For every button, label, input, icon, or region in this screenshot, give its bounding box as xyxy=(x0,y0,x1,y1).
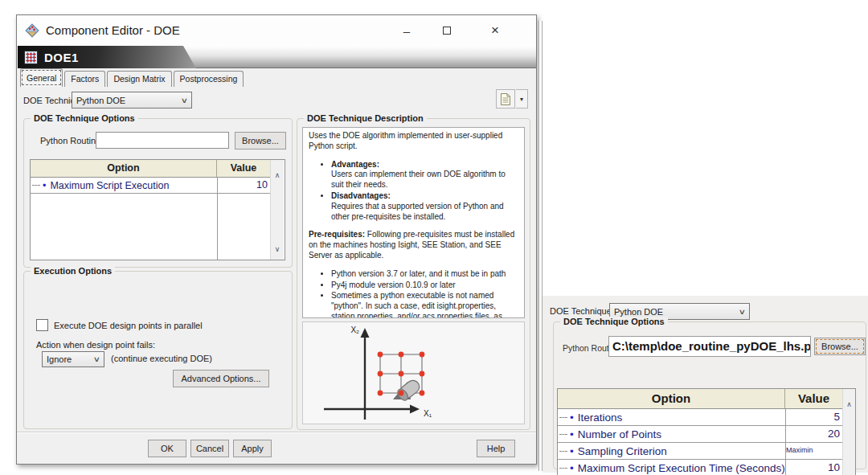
cancel-button[interactable]: Cancel xyxy=(190,440,229,457)
option-value[interactable]: Maximin xyxy=(785,443,842,460)
technique-description-text: Uses the DOE algorithm implemented in us… xyxy=(302,127,525,318)
diagram-y-axis-label: X₂ xyxy=(350,326,359,334)
chevron-down-icon: ∨ xyxy=(181,96,188,104)
prerequisite-bullet: Py4j module version 0.10.9 or later xyxy=(331,280,518,291)
help-button[interactable]: Help xyxy=(477,440,515,457)
title-bar[interactable]: Component Editor - DOE – × xyxy=(17,15,536,46)
doe-technique-label: DOE Technique: xyxy=(550,306,614,316)
tab-postprocessing[interactable]: Postprocessing xyxy=(174,71,244,87)
description-bullet: Disadvantages: Requires that a supported… xyxy=(331,191,518,222)
advanced-options-button[interactable]: Advanced Options... xyxy=(173,370,269,387)
tree-line xyxy=(559,468,567,469)
document-icon xyxy=(500,92,511,106)
doe-technique-select[interactable]: Python DOE ∨ xyxy=(72,92,192,109)
fail-action-label: Action when design point fails: xyxy=(36,340,155,350)
doe-component-icon xyxy=(24,51,38,64)
fail-action-select[interactable]: Ignore ∨ xyxy=(42,351,104,367)
option-name: Number of Points xyxy=(578,428,661,440)
close-button[interactable]: × xyxy=(477,15,513,46)
apply-button[interactable]: Apply xyxy=(233,440,272,457)
option-value[interactable]: 5 xyxy=(785,409,842,426)
component-name: DOE1 xyxy=(44,51,79,64)
option-name: Maximum Script Execution xyxy=(50,180,169,191)
option-name: Iterations xyxy=(578,412,623,424)
diagram-x-axis-label: X₁ xyxy=(424,409,432,418)
component-editor-window: Component Editor - DOE – × DOE1 General … xyxy=(16,14,537,465)
tab-general[interactable]: General xyxy=(20,68,63,87)
option-name: Maximum Script Execution Time (Seconds) xyxy=(578,462,785,474)
doe-technique-options-title: DOE Technique Options xyxy=(560,317,668,326)
menu-arrow-icon: ▾ xyxy=(520,96,523,103)
scroll-up-icon[interactable]: ∧ xyxy=(843,400,855,408)
table-row[interactable]: • Sampling Criterion Maximin xyxy=(558,443,842,460)
table-row[interactable]: • Maximum Script Execution Time (Seconds… xyxy=(558,460,842,475)
description-intro: Uses the DOE algorithm implemented in us… xyxy=(309,131,518,152)
description-doc-button[interactable] xyxy=(496,89,515,109)
option-bullet-icon: • xyxy=(570,412,574,424)
tree-line xyxy=(32,185,40,186)
doe-grid-diagram-image: X₂ X₁ xyxy=(303,322,524,424)
doe-technique-value: Python DOE xyxy=(614,307,663,317)
doe-technique-options-title: DOE Technique Options xyxy=(31,113,138,123)
doe-technique-description-group: DOE Technique Description Uses the DOE a… xyxy=(297,118,530,430)
option-bullet-icon: • xyxy=(570,445,574,457)
options-table-scrollbar[interactable]: ∧ ∨ xyxy=(270,160,284,260)
isight-app-icon xyxy=(25,23,39,38)
chevron-down-icon: ∨ xyxy=(739,308,746,316)
scroll-down-icon[interactable]: ∨ xyxy=(271,245,284,253)
description-bullet: Advantages: Users can implement their ow… xyxy=(331,160,518,190)
window-title: Component Editor - DOE xyxy=(46,15,180,46)
table-row[interactable]: • Number of Points 20 xyxy=(558,426,842,443)
option-bullet-icon: • xyxy=(570,428,574,440)
zoomed-options-panel: DOE Technique: Python DOE ∨ DOE Techniqu… xyxy=(542,296,868,473)
options-table: Option Value • Iterations 5 • Number of … xyxy=(557,388,856,475)
doe-technique-description-title: DOE Technique Description xyxy=(304,113,427,123)
execution-options-group: Execution Options Execute DOE design poi… xyxy=(23,271,293,429)
table-row[interactable]: • Maximum Script Execution 10 xyxy=(31,178,270,194)
option-column-header[interactable]: Option xyxy=(558,389,785,408)
option-bullet-icon: • xyxy=(570,462,574,474)
maximize-button[interactable] xyxy=(429,15,465,46)
technique-diagram: X₂ X₁ xyxy=(302,321,525,424)
browse-button[interactable]: Browse... xyxy=(814,338,866,355)
doe-technique-options-group: DOE Technique Options Python Routine: Br… xyxy=(23,118,293,268)
prerequisite-bullet: Python version 3.7 or later, and it must… xyxy=(331,269,518,280)
python-routine-value[interactable]: C:\temp\doe_routine_pyDOE_lhs.py xyxy=(608,336,811,357)
option-value[interactable]: 10 xyxy=(217,178,270,194)
fail-action-note: (continue executing DOE) xyxy=(111,354,212,363)
python-routine-input[interactable] xyxy=(96,132,229,149)
option-column-header[interactable]: Option xyxy=(31,160,217,177)
scroll-up-icon[interactable]: ∧ xyxy=(271,171,284,179)
tab-bar: General Factors Design Matrix Postproces… xyxy=(20,68,245,87)
parallel-checkbox-label: Execute DOE design points in parallel xyxy=(54,321,203,330)
footer-divider xyxy=(17,432,536,433)
table-row[interactable]: • Iterations 5 xyxy=(558,409,842,426)
tab-factors[interactable]: Factors xyxy=(64,71,105,87)
ok-button[interactable]: OK xyxy=(148,440,186,457)
tree-line xyxy=(559,417,567,418)
tab-design-matrix[interactable]: Design Matrix xyxy=(107,71,171,87)
python-routine-label: Python Routine: xyxy=(40,136,103,145)
description-menu-arrow-button[interactable]: ▾ xyxy=(516,89,528,109)
minimize-button[interactable]: – xyxy=(389,15,424,46)
options-table: Option Value • Maximum Script Execution … xyxy=(30,159,285,260)
execution-options-title: Execution Options xyxy=(31,266,115,276)
option-name: Sampling Criterion xyxy=(578,445,667,457)
tree-line xyxy=(559,451,567,452)
prerequisites-paragraph: Pre-requisites: Following pre-requisites… xyxy=(309,230,518,260)
doe-technique-value: Python DOE xyxy=(76,96,125,105)
option-bullet-icon: • xyxy=(43,180,46,191)
chevron-down-icon: ∨ xyxy=(93,355,100,363)
component-header-tab: DOE1 xyxy=(18,46,196,68)
prerequisite-bullet: Sometimes a python executable is not nam… xyxy=(331,291,518,318)
maximize-icon xyxy=(443,27,451,35)
value-column-header[interactable]: Value xyxy=(785,389,842,408)
browse-button[interactable]: Browse... xyxy=(235,132,286,149)
doe-technique-options-group: DOE Technique Options Python Routine: C:… xyxy=(553,321,866,469)
options-table-scrollbar[interactable]: ∧ ∨ xyxy=(842,389,855,475)
option-value[interactable]: 10 xyxy=(785,460,842,475)
value-column-header[interactable]: Value xyxy=(217,160,270,177)
option-value[interactable]: 20 xyxy=(785,426,842,443)
parallel-checkbox[interactable] xyxy=(36,319,48,331)
fail-action-value: Ignore xyxy=(47,354,72,364)
